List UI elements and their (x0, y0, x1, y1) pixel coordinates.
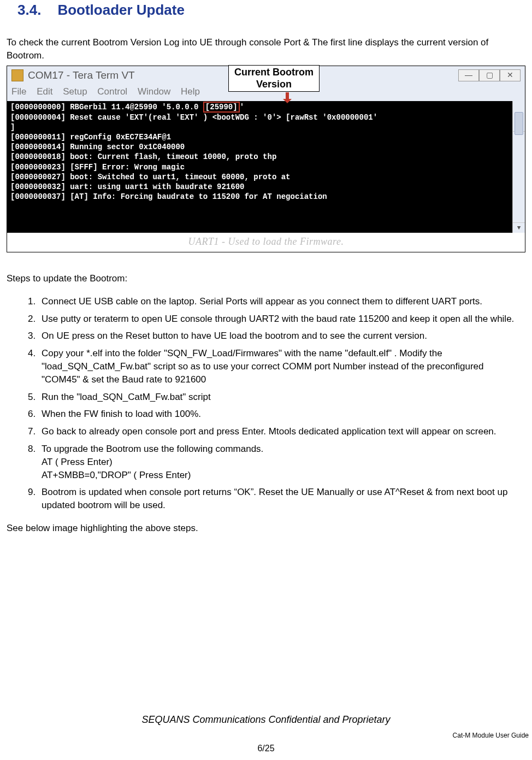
console-line: [0000000037] [AT] Info: Forcing baudrate… (10, 192, 510, 202)
list-item: Run the "load_SQN_CatM_Fw.bat" script (38, 391, 518, 404)
minimize-button[interactable]: — (458, 69, 479, 81)
scroll-down-icon[interactable]: ▼ (513, 222, 525, 233)
callout-arrow-icon (283, 92, 292, 102)
console-line: [0000000011] regConfig 0xEC7E34AF@1 (10, 132, 510, 142)
console-line: ] (10, 122, 510, 132)
window-title: COM17 - Tera Term VT (28, 68, 135, 83)
list-item: On UE press on the Reset button to have … (38, 329, 518, 343)
list-item: Bootrom is updated when console port ret… (38, 486, 518, 512)
menu-item-help[interactable]: Help (181, 86, 200, 97)
teraterm-figure: Current Bootrom Version COM17 - Tera Ter… (7, 66, 525, 252)
list-item: Use putty or teraterm to open UE console… (38, 313, 518, 326)
maximize-button[interactable]: ▢ (479, 69, 500, 81)
teraterm-app-icon (11, 69, 23, 81)
console-output: [0000000000] RBGerbil 11.4@25990 '5.0.0.… (7, 101, 525, 232)
confidential-notice: SEQUANS Communications Confidential and … (0, 713, 532, 727)
list-item: Go back to already open console port and… (38, 425, 518, 438)
menu-item-edit[interactable]: Edit (37, 86, 52, 97)
list-item: To upgrade the Bootrom use the following… (38, 443, 518, 481)
callout-line: Version (234, 79, 314, 91)
bootrom-version-highlight: [25990] (203, 102, 240, 113)
steps-intro: Steps to update the Bootrom: (7, 272, 525, 285)
window-buttons: — ▢ ✕ (458, 69, 521, 81)
section-title: Bootloader Update (57, 2, 185, 18)
intro-paragraph: To check the current Bootrom Version Log… (7, 36, 525, 62)
list-item: Connect UE USB cable on the laptop. Seri… (38, 295, 518, 308)
page-footer: SEQUANS Communications Confidential and … (0, 713, 532, 755)
console-line: [0000000014] Running sector 0x1C040000 (10, 142, 510, 152)
scrollbar[interactable]: ▲ ▼ (512, 101, 525, 232)
menu-item-file[interactable]: File (11, 86, 26, 97)
page-number: 6/25 (0, 743, 532, 755)
steps-list: Connect UE USB cable on the laptop. Seri… (22, 295, 525, 512)
scroll-thumb[interactable] (515, 112, 523, 135)
console-line: [0000000004] Reset cause 'EXT'(real 'EXT… (10, 113, 510, 122)
list-item: Copy your *.elf into the folder "SQN_FW_… (38, 347, 518, 386)
console-line: [0000000000] RBGerbil 11.4@25990 '5.0.0.… (10, 102, 510, 112)
console-line: [0000000018] boot: Current flash, timeou… (10, 152, 510, 162)
callout-bootrom-version: Current Bootrom Version (228, 65, 320, 92)
menu-item-setup[interactable]: Setup (63, 86, 87, 97)
list-item: When the FW finish to load with 100%. (38, 408, 518, 421)
close-button[interactable]: ✕ (500, 69, 521, 81)
figure-ghost-footer: UART1 - Used to load the Firmware. (7, 233, 525, 252)
callout-line: Current Bootrom (234, 67, 314, 79)
section-number: 3.4. (17, 2, 41, 18)
closing-paragraph: See below image highlighting the above s… (7, 522, 525, 535)
console-line: [0000000027] boot: Switched to uart1, ti… (10, 172, 510, 182)
menu-item-window[interactable]: Window (138, 86, 170, 97)
console-line: [0000000023] [SFFF] Error: Wrong magic (10, 162, 510, 172)
guide-label: Cat-M Module User Guide (453, 731, 529, 740)
section-heading: 3.4.Bootloader Update (17, 0, 525, 20)
menu-item-control[interactable]: Control (97, 86, 127, 97)
console-line: [0000000032] uart: using uart1 with baud… (10, 182, 510, 192)
